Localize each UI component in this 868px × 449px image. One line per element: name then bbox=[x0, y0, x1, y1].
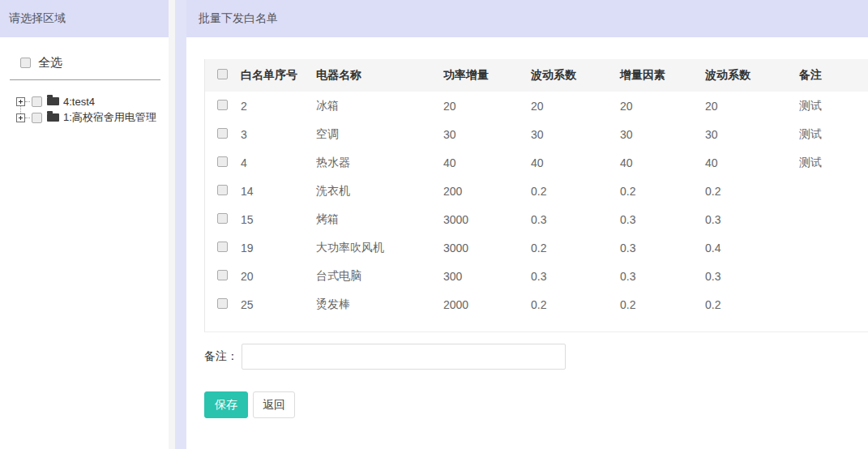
table-cell: 0.3 bbox=[531, 262, 620, 290]
row-checkbox[interactable] bbox=[217, 298, 228, 309]
action-buttons: 保存 返回 bbox=[204, 391, 868, 418]
table-cell: 测试 bbox=[799, 92, 868, 120]
table-cell: 0.2 bbox=[705, 290, 799, 319]
table-cell: 0.3 bbox=[620, 205, 705, 233]
table-row: 14洗衣机2000.20.20.2 bbox=[205, 177, 868, 205]
select-all-rows-checkbox[interactable] bbox=[217, 69, 228, 79]
table-cell: 3000 bbox=[443, 233, 531, 262]
tree-node-checkbox[interactable] bbox=[32, 96, 42, 107]
table-cell: 0.3 bbox=[620, 262, 705, 290]
column-header-4: 增量因素 bbox=[620, 59, 705, 92]
column-header-1: 电器名称 bbox=[316, 59, 443, 92]
table-cell: 30 bbox=[705, 120, 799, 148]
select-all-checkbox[interactable] bbox=[20, 58, 31, 68]
table-cell: 0.4 bbox=[705, 233, 799, 262]
table-cell: 0.2 bbox=[531, 233, 620, 262]
table-cell: 20 bbox=[531, 92, 620, 120]
tree-item-1: 1:高校宿舍用电管理 bbox=[0, 109, 169, 126]
table-cell: 台式电脑 bbox=[316, 262, 443, 290]
table-row: 3空调30303030测试 bbox=[205, 120, 868, 148]
table-cell: 0.3 bbox=[620, 233, 705, 262]
table-cell bbox=[799, 290, 868, 319]
remark-label: 备注： bbox=[204, 349, 238, 364]
table-cell: 2 bbox=[241, 92, 316, 120]
table-cell: 3 bbox=[241, 120, 316, 148]
table-cell: 0.2 bbox=[620, 290, 705, 319]
table-cell: 烤箱 bbox=[316, 205, 443, 233]
tree-expand-icon[interactable] bbox=[16, 113, 25, 122]
table-cell: 测试 bbox=[799, 148, 868, 177]
table-cell: 20 bbox=[705, 92, 799, 120]
panel-gap-accent bbox=[175, 0, 186, 449]
table-cell: 20 bbox=[620, 92, 705, 120]
row-checkbox[interactable] bbox=[217, 270, 228, 280]
table-cell: 测试 bbox=[799, 120, 868, 148]
table-cell: 大功率吹风机 bbox=[316, 233, 443, 262]
table-cell: 30 bbox=[443, 120, 531, 148]
table-cell: 25 bbox=[241, 290, 316, 319]
table-header-row: 白名单序号电器名称功率增量波动系数增量因素波动系数备注 bbox=[205, 59, 868, 92]
table-cell: 2000 bbox=[443, 290, 531, 319]
remark-row: 备注： bbox=[204, 344, 868, 370]
remark-input[interactable] bbox=[242, 344, 566, 370]
table-row: 25烫发棒20000.20.20.2 bbox=[205, 290, 868, 319]
table-cell: 30 bbox=[531, 120, 620, 148]
table-cell: 烫发棒 bbox=[316, 290, 443, 319]
row-checkbox[interactable] bbox=[217, 156, 228, 167]
table-cell: 40 bbox=[620, 148, 705, 177]
whitelist-table: 白名单序号电器名称功率增量波动系数增量因素波动系数备注 2冰箱20202020测… bbox=[205, 59, 868, 319]
row-checkbox[interactable] bbox=[217, 100, 228, 110]
table-row: 15烤箱30000.30.30.3 bbox=[205, 205, 868, 233]
table-cell: 3000 bbox=[443, 205, 531, 233]
table-row: 20台式电脑3000.30.30.3 bbox=[205, 262, 868, 290]
sidebar-divider bbox=[10, 79, 160, 80]
tree-expand-icon[interactable] bbox=[16, 97, 25, 106]
select-all-label[interactable]: 全选 bbox=[38, 55, 62, 71]
table-cell: 40 bbox=[705, 148, 799, 177]
folder-icon bbox=[47, 97, 59, 105]
table-row: 19大功率吹风机30000.20.30.4 bbox=[205, 233, 868, 262]
column-header-2: 功率增量 bbox=[443, 59, 531, 92]
table-cell: 40 bbox=[531, 148, 620, 177]
table-cell: 空调 bbox=[316, 120, 443, 148]
tree-dotted-connector bbox=[25, 118, 30, 118]
main-panel: 批量下发白名单 白名单序号电器名称功率增量波动系数增量因素波动系数备注 2冰箱2… bbox=[186, 0, 868, 449]
table-cell: 0.2 bbox=[531, 290, 620, 319]
folder-icon bbox=[47, 113, 59, 122]
tree-dotted-connector bbox=[25, 101, 30, 102]
table-cell: 200 bbox=[443, 177, 531, 205]
row-checkbox[interactable] bbox=[217, 128, 228, 139]
table-cell: 4 bbox=[241, 148, 316, 177]
column-header-0: 白名单序号 bbox=[241, 59, 316, 92]
tree-node-checkbox[interactable] bbox=[32, 113, 42, 123]
column-header-3: 波动系数 bbox=[531, 59, 620, 92]
table-cell bbox=[799, 177, 868, 205]
save-button[interactable]: 保存 bbox=[204, 391, 248, 418]
table-cell: 0.3 bbox=[705, 262, 799, 290]
row-checkbox[interactable] bbox=[217, 213, 228, 224]
table-cell: 0.2 bbox=[531, 177, 620, 205]
table-cell: 40 bbox=[443, 148, 531, 177]
table-cell: 冰箱 bbox=[316, 92, 443, 120]
panel-gap bbox=[169, 0, 175, 449]
select-all-row: 全选 bbox=[20, 55, 169, 71]
row-checkbox[interactable] bbox=[217, 242, 228, 252]
tree-node-label[interactable]: 1:高校宿舍用电管理 bbox=[63, 110, 156, 125]
table-cell: 热水器 bbox=[316, 148, 443, 177]
tree-node-label[interactable]: 4:test4 bbox=[63, 96, 95, 108]
table-row: 4热水器40404040测试 bbox=[205, 148, 868, 177]
table-cell: 30 bbox=[620, 120, 705, 148]
sidebar-title: 请选择区域 bbox=[0, 0, 169, 37]
row-checkbox[interactable] bbox=[217, 185, 228, 195]
table-cell bbox=[799, 205, 868, 233]
table-cell: 20 bbox=[443, 92, 531, 120]
table-cell: 0.2 bbox=[620, 177, 705, 205]
table-cell: 0.3 bbox=[531, 205, 620, 233]
back-button[interactable]: 返回 bbox=[253, 391, 295, 418]
table-cell: 14 bbox=[241, 177, 316, 205]
tree-item-0: 4:test4 bbox=[0, 93, 169, 109]
table-cell: 20 bbox=[241, 262, 316, 290]
table-row: 2冰箱20202020测试 bbox=[205, 92, 868, 120]
table-cell: 19 bbox=[241, 233, 316, 262]
column-header-6: 备注 bbox=[799, 59, 868, 92]
